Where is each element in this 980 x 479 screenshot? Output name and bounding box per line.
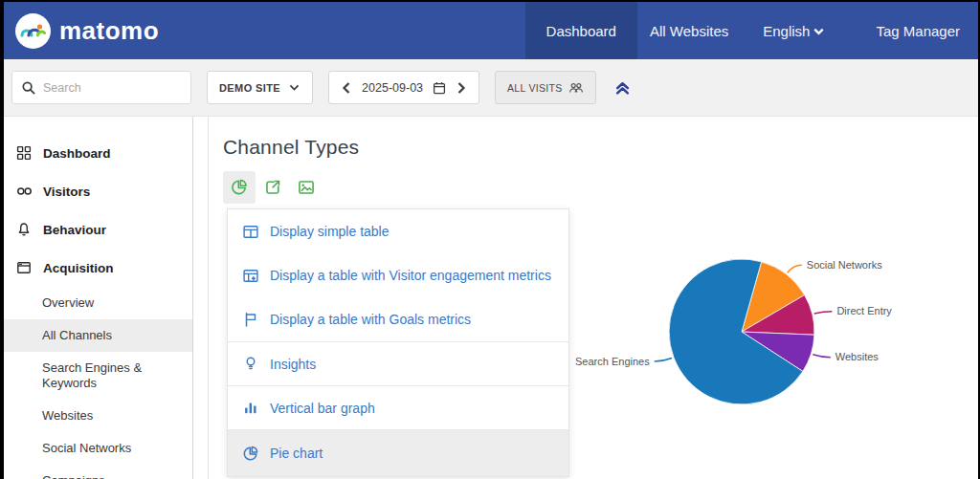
date-value: 2025-09-03 bbox=[362, 81, 423, 95]
toolbar: DEMO SITE 2025-09-03 ALL VISITS bbox=[4, 59, 978, 117]
widget-icon-row bbox=[223, 171, 323, 204]
pie-chart-view-button[interactable] bbox=[223, 171, 256, 204]
pie-label-direct-entry: Direct Entry bbox=[836, 305, 892, 316]
double-chevron-up-icon bbox=[613, 78, 632, 97]
segment-users-icon bbox=[568, 81, 584, 95]
nav-item-all-websites-label: All Websites bbox=[650, 23, 728, 39]
sidebar-item-label: Overview bbox=[42, 295, 94, 311]
menu-item-engagement-table[interactable]: Display a table with Visitor engagement … bbox=[228, 253, 568, 297]
visitors-infinity-icon bbox=[16, 184, 33, 199]
menu-item-goals-table[interactable]: Display a table with Goals metrics bbox=[228, 297, 568, 341]
nav-item-all-websites[interactable]: All Websites bbox=[637, 2, 741, 59]
sidebar-item-label: Visitors bbox=[43, 185, 90, 199]
sidebar-gutter bbox=[193, 117, 209, 479]
pie-label-leader-websites bbox=[813, 355, 831, 358]
sidebar-item-visitors[interactable]: Visitors bbox=[4, 172, 192, 210]
menu-item-pie-chart[interactable]: Pie chart bbox=[228, 429, 568, 476]
sidebar-item-label: Search Engines & Keywords bbox=[42, 360, 160, 392]
page-body: Dashboard Visitors Behav bbox=[4, 117, 978, 479]
sidebar-item-social-networks[interactable]: Social Networks bbox=[4, 432, 192, 465]
search-box[interactable] bbox=[11, 71, 191, 104]
nav-item-dashboard[interactable]: Dashboard bbox=[525, 2, 637, 59]
pie-chart-icon bbox=[242, 446, 259, 462]
search-icon bbox=[21, 80, 36, 96]
table-engagement-icon bbox=[242, 268, 259, 284]
segment-label: ALL VISITS bbox=[507, 82, 562, 94]
sidebar-item-label: Websites bbox=[42, 408, 93, 424]
chevron-right-icon[interactable] bbox=[456, 81, 467, 95]
chevron-left-icon[interactable] bbox=[341, 81, 352, 95]
calendar-icon bbox=[433, 81, 446, 95]
sidebar-item-label: Acquisition bbox=[43, 261, 114, 275]
menu-item-label: Display a table with Goals metrics bbox=[270, 312, 471, 327]
menu-item-label: Display a table with Visitor engagement … bbox=[270, 268, 551, 283]
table-icon bbox=[242, 224, 259, 240]
menu-item-label: Insights bbox=[270, 357, 316, 372]
search-input[interactable] bbox=[43, 81, 182, 95]
lightbulb-icon bbox=[242, 356, 259, 372]
sidebar-item-label: Dashboard bbox=[43, 146, 111, 161]
top-navbar: matomo Dashboard All Websites English Ta… bbox=[4, 2, 978, 59]
menu-item-label: Pie chart bbox=[270, 446, 323, 461]
segment-selector[interactable]: ALL VISITS bbox=[495, 71, 595, 104]
nav-item-language-label: English bbox=[763, 23, 810, 39]
bell-icon bbox=[16, 222, 33, 237]
page-title: Channel Types bbox=[223, 136, 359, 159]
menu-item-label: Vertical bar graph bbox=[270, 401, 375, 416]
menu-item-insights[interactable]: Insights bbox=[228, 341, 568, 385]
sidebar-item-label: Campaigns bbox=[42, 473, 105, 479]
matomo-logo[interactable]: matomo bbox=[4, 2, 159, 59]
pie-chart-icon bbox=[231, 179, 248, 196]
channel-types-pie-chart: Social NetworksDirect EntryWebsitesSearc… bbox=[534, 220, 976, 459]
nav-item-language[interactable]: English bbox=[750, 2, 838, 59]
sidebar-item-label: All Channels bbox=[42, 328, 112, 343]
sidebar-item-dashboard[interactable]: Dashboard bbox=[4, 134, 192, 172]
export-icon bbox=[264, 179, 281, 196]
sidebar-item-campaigns[interactable]: Campaigns bbox=[4, 465, 192, 479]
sidebar-item-label: Social Networks bbox=[42, 441, 131, 456]
collapse-toolbar-button[interactable] bbox=[613, 78, 632, 97]
sidebar-item-all-channels[interactable]: All Channels bbox=[4, 319, 192, 352]
date-picker[interactable]: 2025-09-03 bbox=[328, 71, 479, 104]
pie-label-search-engines: Search Engines bbox=[575, 356, 650, 367]
image-icon bbox=[298, 179, 315, 196]
sidebar-item-behaviour[interactable]: Behaviour bbox=[4, 210, 192, 249]
bar-chart-icon bbox=[242, 400, 259, 416]
top-nav-menu: Dashboard All Websites English Tag Manag… bbox=[525, 2, 978, 59]
sidebar-item-websites[interactable]: Websites bbox=[4, 400, 192, 432]
sidebar-item-label: Behaviour bbox=[43, 223, 106, 237]
left-sidebar: Dashboard Visitors Behav bbox=[4, 117, 193, 479]
nav-item-tag-manager[interactable]: Tag Manager bbox=[863, 2, 972, 59]
matomo-app-window: matomo Dashboard All Websites English Ta… bbox=[4, 2, 978, 479]
view-as-menu: Display simple table Display a table wit… bbox=[227, 208, 569, 477]
flag-icon bbox=[242, 312, 259, 328]
site-selector[interactable]: DEMO SITE bbox=[207, 71, 313, 104]
chevron-down-icon bbox=[812, 24, 826, 38]
sidebar-item-acquisition[interactable]: Acquisition bbox=[4, 249, 192, 287]
pie-label-leader-social-networks bbox=[788, 265, 802, 272]
pie-label-websites: Websites bbox=[835, 351, 880, 362]
menu-item-label: Display simple table bbox=[270, 224, 390, 239]
image-export-button[interactable] bbox=[290, 171, 323, 204]
main-content: Channel Types bbox=[209, 117, 978, 479]
site-selector-label: DEMO SITE bbox=[219, 82, 280, 94]
matomo-logo-icon bbox=[15, 13, 51, 49]
export-button[interactable] bbox=[256, 171, 289, 204]
nav-item-tag-manager-label: Tag Manager bbox=[876, 23, 960, 39]
sidebar-item-overview[interactable]: Overview bbox=[4, 287, 192, 319]
sidebar-item-search-engines-keywords[interactable]: Search Engines & Keywords bbox=[4, 352, 192, 400]
matomo-logo-text: matomo bbox=[59, 16, 159, 46]
menu-item-vertical-bar-graph[interactable]: Vertical bar graph bbox=[228, 385, 568, 429]
chevron-down-icon bbox=[288, 81, 301, 94]
menu-item-simple-table[interactable]: Display simple table bbox=[228, 209, 568, 253]
grid-icon bbox=[16, 145, 33, 161]
browser-window-icon bbox=[16, 260, 33, 275]
pie-label-social-networks: Social Networks bbox=[807, 259, 882, 271]
pie-label-leader-direct-entry bbox=[814, 312, 833, 314]
nav-item-dashboard-label: Dashboard bbox=[546, 23, 616, 39]
pie-label-leader-search-engines bbox=[655, 359, 672, 362]
